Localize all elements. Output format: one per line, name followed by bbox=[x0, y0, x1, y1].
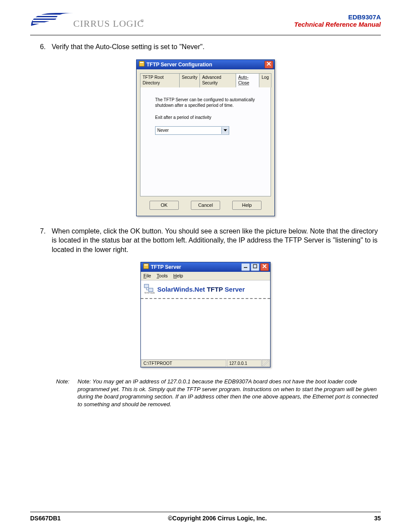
header-model: EDB9307A bbox=[294, 13, 381, 21]
close-button[interactable] bbox=[265, 61, 273, 68]
status-directory: C:\TFTPROOT bbox=[141, 360, 226, 367]
step-7-text: When complete, click the OK button. You … bbox=[52, 227, 381, 255]
help-button[interactable]: Help bbox=[232, 201, 262, 210]
tab-log[interactable]: Log bbox=[259, 73, 271, 87]
maximize-button[interactable] bbox=[251, 263, 259, 271]
header-manual-title: Technical Reference Manual bbox=[294, 21, 381, 28]
step-7-number: 7. bbox=[30, 227, 52, 255]
ok-button[interactable]: OK bbox=[149, 201, 179, 210]
header-rule bbox=[30, 35, 381, 35]
menu-bar: File Tools Help bbox=[141, 272, 270, 280]
status-ip-address: 127.0.0.1 bbox=[227, 360, 262, 367]
autoclose-dropdown[interactable]: Never bbox=[155, 126, 229, 135]
window-title: TFTP Server bbox=[151, 264, 240, 271]
footer-doc-id: DS667DB1 bbox=[30, 515, 61, 522]
window-icon bbox=[139, 61, 145, 68]
footer-page-number: 35 bbox=[374, 515, 381, 522]
svg-rect-6 bbox=[139, 61, 144, 66]
close-button[interactable] bbox=[260, 263, 269, 271]
minimize-button[interactable] bbox=[241, 263, 250, 271]
autoclose-label: Exit after a period of inactivity bbox=[155, 115, 262, 121]
cancel-button[interactable]: Cancel bbox=[191, 201, 220, 210]
menu-help[interactable]: Help bbox=[173, 273, 183, 278]
svg-rect-1 bbox=[33, 17, 72, 19]
svg-rect-11 bbox=[253, 264, 257, 268]
tab-advanced-security[interactable]: Advanced Security bbox=[199, 73, 236, 87]
company-logo: CIRRUS LOGIC R bbox=[30, 9, 146, 32]
tftp-config-window: TFTP Server Configuration TFTP Root Dire… bbox=[136, 59, 275, 216]
tab-root-directory[interactable]: TFTP Root Directory bbox=[140, 73, 180, 87]
svg-rect-2 bbox=[33, 20, 72, 21]
app-banner-text: SolarWinds.Net TFTP Server bbox=[157, 285, 245, 294]
svg-rect-9 bbox=[144, 264, 148, 265]
svg-rect-0 bbox=[33, 15, 72, 16]
svg-rect-7 bbox=[140, 62, 143, 63]
step-6-number: 6. bbox=[30, 42, 52, 52]
svg-text:R: R bbox=[141, 20, 143, 22]
tab-auto-close[interactable]: Auto-Close bbox=[236, 73, 259, 87]
logo-text-svg: CIRRUS LOGIC bbox=[73, 18, 144, 29]
svg-text:TFTP SVR: TFTP SVR bbox=[144, 292, 155, 294]
chevron-down-icon[interactable] bbox=[221, 127, 229, 134]
tab-security[interactable]: Security bbox=[179, 73, 200, 87]
menu-tools[interactable]: Tools bbox=[157, 273, 168, 278]
window-icon bbox=[143, 263, 149, 271]
app-icon: TFTP SVR bbox=[143, 283, 155, 296]
footer-copyright: ©Copyright 2006 Cirrus Logic, Inc. bbox=[61, 515, 374, 522]
svg-rect-3 bbox=[33, 22, 59, 24]
svg-rect-13 bbox=[149, 288, 153, 292]
note-text: Note: You may get an IP address of 127.0… bbox=[78, 378, 381, 408]
window-title: TFTP Server Configuration bbox=[146, 61, 265, 68]
autoclose-description: The TFTP Server can be configured to aut… bbox=[155, 97, 262, 109]
resize-grip-icon[interactable] bbox=[262, 360, 270, 367]
svg-rect-10 bbox=[244, 267, 247, 268]
footer-rule bbox=[30, 512, 381, 512]
menu-file[interactable]: File bbox=[143, 273, 151, 278]
note-label: Note: bbox=[56, 378, 78, 408]
log-area bbox=[141, 299, 270, 359]
svg-rect-8 bbox=[143, 264, 149, 269]
svg-rect-12 bbox=[144, 284, 149, 288]
step-6-text: Verify that the Auto-Close setting is se… bbox=[52, 42, 381, 52]
autoclose-value: Never bbox=[156, 128, 221, 134]
tftp-server-window: TFTP Server File Tools Help bbox=[140, 262, 271, 367]
